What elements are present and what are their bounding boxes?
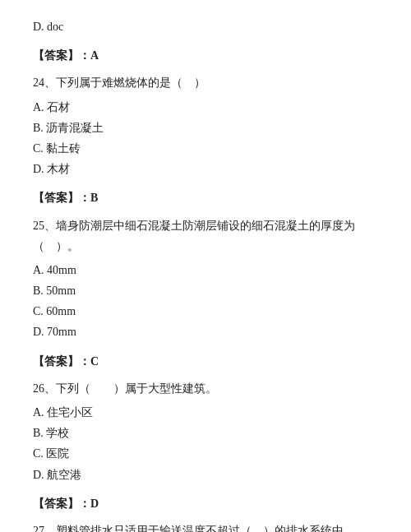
question-24: 24、下列属于难燃烧体的是（ ） A. 石材 B. 沥青混凝土 C. 黏土砖 D… <box>33 72 378 179</box>
q24-option-b: B. 沥青混凝土 <box>33 118 378 138</box>
q25-option-a: A. 40mm <box>33 260 378 280</box>
answer-23-text: 【答案】：A <box>33 49 99 62</box>
answer-26: 【答案】：D <box>33 493 378 514</box>
q24-option-d: D. 木材 <box>33 159 378 179</box>
q26-option-a: A. 住宅小区 <box>33 402 378 423</box>
prev-option-d: D. doc <box>33 16 378 37</box>
q25-option-b: B. 50mm <box>33 280 378 301</box>
answer-25-text: 【答案】：C <box>33 355 99 368</box>
answer-25: 【答案】：C <box>33 351 378 372</box>
q26-option-d: D. 航空港 <box>33 465 378 485</box>
q25-option-c: C. 60mm <box>33 301 378 322</box>
q24-text: 24、下列属于难燃烧体的是（ ） <box>33 72 378 93</box>
q25-text: 25、墙身防潮层中细石混凝土防潮层铺设的细石混凝土的厚度为（ ）。 <box>33 215 378 257</box>
question-25: 25、墙身防潮层中细石混凝土防潮层铺设的细石混凝土的厚度为（ ）。 A. 40m… <box>33 215 378 343</box>
question-26: 26、下列（ ）属于大型性建筑。 A. 住宅小区 B. 学校 C. 医院 D. … <box>33 378 378 485</box>
q26-text: 26、下列（ ）属于大型性建筑。 <box>33 378 378 399</box>
q26-option-c: C. 医院 <box>33 443 378 464</box>
answer-26-text: 【答案】：D <box>33 497 99 510</box>
answer-23: 【答案】：A <box>33 45 378 66</box>
q27-text: 27、塑料管排水只适用于输送温度不超过（ ）的排水系统中。 <box>33 520 378 532</box>
page-content: D. doc 【答案】：A 24、下列属于难燃烧体的是（ ） A. 石材 B. … <box>33 16 378 532</box>
q24-option-c: C. 黏土砖 <box>33 138 378 159</box>
answer-24: 【答案】：B <box>33 187 378 208</box>
question-27: 27、塑料管排水只适用于输送温度不超过（ ）的排水系统中。 A. 45℃ B. … <box>33 520 378 532</box>
q25-option-d: D. 70mm <box>33 322 378 342</box>
q24-option-a: A. 石材 <box>33 97 378 118</box>
answer-24-text: 【答案】：B <box>33 192 98 204</box>
q26-option-b: B. 学校 <box>33 423 378 443</box>
prev-option-d-text: D. doc <box>33 21 63 33</box>
